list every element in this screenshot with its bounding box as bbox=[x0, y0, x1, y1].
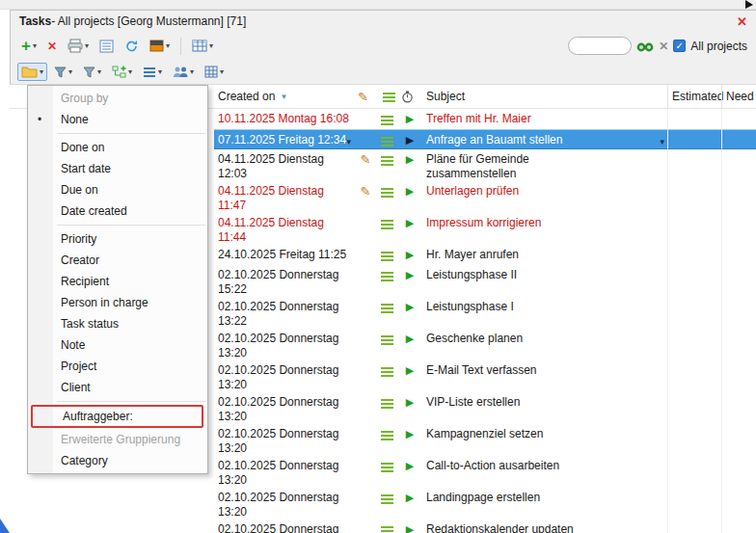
details-list-icon[interactable] bbox=[377, 181, 397, 213]
subject-cell[interactable]: Anfrage an Bauamt stellen bbox=[422, 129, 667, 149]
menu-item-start-date[interactable]: Start date bbox=[28, 158, 207, 179]
filter-button[interactable]: ▾ bbox=[50, 64, 76, 81]
details-list-icon[interactable] bbox=[377, 392, 397, 424]
start-task-icon[interactable]: ▶ bbox=[397, 424, 422, 456]
all-projects-checkbox[interactable]: ✓ bbox=[673, 40, 686, 52]
note-pencil-icon[interactable] bbox=[354, 213, 377, 245]
details-list-icon[interactable] bbox=[377, 424, 397, 456]
note-pencil-icon[interactable] bbox=[354, 109, 377, 129]
note-pencil-icon[interactable] bbox=[354, 329, 377, 360]
start-task-icon[interactable]: ▶ bbox=[397, 392, 422, 424]
details-list-icon[interactable] bbox=[377, 129, 397, 149]
menu-item-project[interactable]: Project bbox=[28, 356, 207, 377]
details-list-icon[interactable] bbox=[377, 265, 397, 297]
created-on-cell[interactable]: 02.10.2025 Donnerstag 13:20 bbox=[214, 488, 354, 520]
details-list-icon[interactable] bbox=[377, 213, 397, 245]
created-on-cell[interactable]: 02.10.2025 Donnerstag 13:20 bbox=[214, 329, 354, 360]
filter-2-button[interactable]: ▾ bbox=[79, 64, 105, 81]
created-on-cell[interactable]: 04.11.2025 Dienstag 12:03 bbox=[214, 149, 354, 181]
menu-item-none[interactable]: •None bbox=[28, 109, 207, 130]
task-row[interactable]: 02.10.2025 Donnerstag 13:20 ▶ Redaktions… bbox=[10, 520, 756, 533]
task-row[interactable]: 02.10.2025 Donnerstag 13:20 ▶ Landingpag… bbox=[10, 488, 756, 520]
search-input[interactable] bbox=[568, 37, 632, 55]
menu-item-note[interactable]: Note bbox=[28, 334, 207, 356]
column-created-on[interactable]: Created on ▼ bbox=[214, 85, 354, 108]
refresh-button[interactable] bbox=[121, 37, 143, 56]
note-pencil-icon[interactable] bbox=[354, 424, 377, 456]
subject-cell[interactable]: VIP-Liste erstellen bbox=[422, 392, 667, 424]
menu-item-date-created[interactable]: Date created bbox=[28, 200, 207, 222]
menu-item-creator[interactable]: Creator bbox=[28, 250, 207, 271]
columns-grid-button[interactable]: ▾ bbox=[201, 63, 228, 81]
details-list-icon[interactable] bbox=[377, 297, 397, 329]
column-note[interactable]: ✎ bbox=[354, 85, 377, 108]
delete-task-button[interactable]: ✕ bbox=[43, 37, 61, 56]
print-button[interactable]: ▾ bbox=[64, 36, 93, 56]
created-on-cell[interactable]: 07.11.2025 Freitag 12:34 bbox=[214, 129, 354, 149]
menu-item-task-status[interactable]: Task status bbox=[28, 313, 207, 334]
subject-cell[interactable]: Leistungsphase II bbox=[422, 265, 667, 297]
column-details[interactable] bbox=[377, 85, 397, 108]
details-list-icon[interactable] bbox=[377, 520, 397, 533]
column-subject[interactable]: Subject bbox=[422, 85, 667, 108]
binoculars-search-icon[interactable] bbox=[636, 40, 654, 52]
menu-item-due-on[interactable]: Due on bbox=[28, 179, 207, 200]
color-scheme-button[interactable]: ▾ bbox=[146, 37, 174, 55]
menu-item-recipient[interactable]: Recipient bbox=[28, 271, 207, 292]
subject-cell[interactable]: Call-to-Action ausarbeiten bbox=[422, 456, 667, 488]
note-pencil-icon[interactable] bbox=[354, 360, 377, 392]
details-list-icon[interactable] bbox=[377, 149, 397, 181]
created-on-cell[interactable]: 04.11.2025 Dienstag 11:47 bbox=[214, 181, 354, 213]
start-task-icon[interactable]: ▶ bbox=[397, 297, 422, 329]
start-task-icon[interactable]: ▶ bbox=[397, 329, 422, 360]
row-height-button[interactable]: ▾ bbox=[139, 64, 166, 80]
column-timer[interactable] bbox=[397, 85, 422, 108]
note-pencil-icon[interactable] bbox=[354, 456, 377, 488]
start-task-icon[interactable]: ▶ bbox=[397, 520, 422, 533]
start-task-icon[interactable]: ▶ bbox=[397, 181, 422, 213]
created-on-cell[interactable]: 02.10.2025 Donnerstag 15:22 bbox=[214, 265, 354, 297]
created-on-cell[interactable]: 04.11.2025 Dienstag 11:44 bbox=[214, 213, 354, 245]
note-pencil-icon[interactable] bbox=[354, 129, 377, 149]
menu-item-auftraggeber[interactable]: Auftraggeber: bbox=[31, 405, 203, 428]
start-task-icon[interactable]: ▶ bbox=[397, 360, 422, 392]
subject-cell[interactable]: Hr. Mayer anrufen bbox=[422, 245, 667, 265]
close-pane-icon[interactable]: ✕ bbox=[737, 14, 747, 29]
subject-cell[interactable]: Unterlagen prüfen bbox=[422, 181, 667, 213]
start-task-icon[interactable]: ▶ bbox=[397, 213, 422, 245]
note-pencil-icon[interactable] bbox=[354, 392, 377, 424]
subject-cell[interactable]: Treffen mit Hr. Maier bbox=[422, 109, 667, 129]
menu-item-client[interactable]: Client bbox=[28, 377, 207, 398]
created-on-cell[interactable]: 02.10.2025 Donnerstag 13:20 bbox=[214, 456, 354, 488]
start-task-icon[interactable]: ▶ bbox=[397, 245, 422, 265]
subject-cell[interactable]: E-Mail Text verfassen bbox=[422, 360, 667, 392]
created-on-cell[interactable]: 10.11.2025 Montag 16:08 bbox=[214, 109, 354, 129]
persons-button[interactable]: ▾ bbox=[169, 63, 198, 81]
subject-cell[interactable]: Redaktionskalender updaten bbox=[422, 520, 667, 533]
layout-view-button[interactable] bbox=[95, 37, 118, 56]
subject-cell[interactable]: Impressum korrigieren bbox=[422, 213, 667, 245]
details-list-icon[interactable] bbox=[377, 329, 397, 360]
details-list-icon[interactable] bbox=[377, 109, 397, 129]
subject-cell[interactable]: Geschenke planen bbox=[422, 329, 667, 360]
details-list-icon[interactable] bbox=[377, 456, 397, 488]
start-task-icon[interactable]: ▶ bbox=[397, 456, 422, 488]
created-on-cell[interactable]: 02.10.2025 Donnerstag 13:20 bbox=[214, 360, 354, 392]
menu-item-priority[interactable]: Priority bbox=[28, 228, 207, 250]
note-pencil-icon[interactable] bbox=[354, 297, 377, 329]
table-view-button[interactable]: ▾ bbox=[188, 37, 217, 55]
created-on-cell[interactable]: 24.10.2025 Freitag 11:25 bbox=[214, 245, 354, 265]
subject-cell[interactable]: Kampagnenziel setzen bbox=[422, 424, 667, 456]
add-task-button[interactable]: + ▾ bbox=[17, 36, 40, 56]
menu-item-category[interactable]: Category bbox=[28, 450, 207, 471]
note-pencil-icon[interactable] bbox=[354, 245, 377, 265]
subject-cell[interactable]: Pläne für Gemeindezusammenstellen bbox=[422, 149, 667, 181]
menu-item-done-on[interactable]: Done on bbox=[28, 137, 207, 158]
column-estimated[interactable]: Estimated bbox=[667, 85, 721, 108]
note-pencil-icon[interactable]: ✎ bbox=[354, 181, 377, 213]
created-on-cell[interactable]: 02.10.2025 Donnerstag 13:22 bbox=[214, 297, 354, 329]
start-task-icon[interactable]: ▶ bbox=[397, 109, 422, 129]
created-on-cell[interactable]: 02.10.2025 Donnerstag 13:20 bbox=[214, 392, 354, 424]
subject-cell[interactable]: Landingpage erstellen bbox=[422, 488, 667, 520]
start-task-icon[interactable]: ▶ bbox=[397, 265, 422, 297]
